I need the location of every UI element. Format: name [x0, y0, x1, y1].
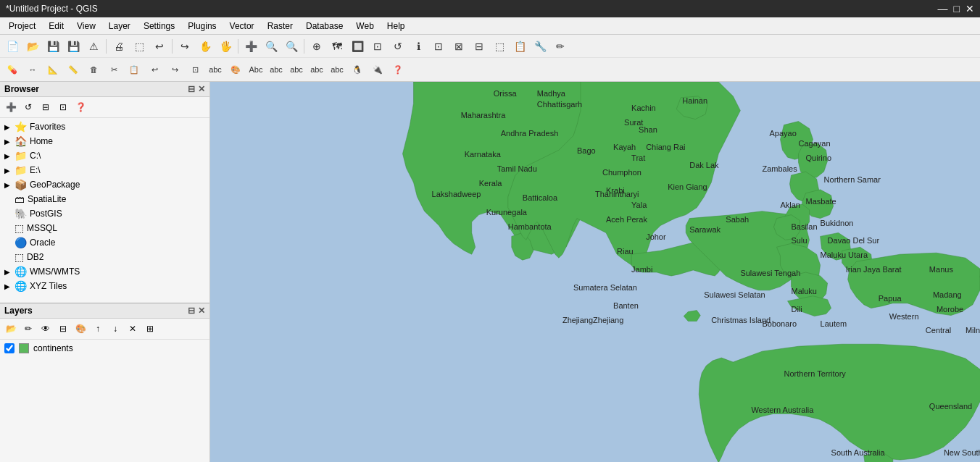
toolbar2-button-10[interactable]: abc: [206, 60, 225, 79]
toolbar-button-21[interactable]: ⊠: [449, 37, 468, 56]
toolbar-button-23[interactable]: ⬚: [490, 37, 509, 56]
menu-item-plugins[interactable]: Plugins: [182, 20, 222, 33]
menu-item-help[interactable]: Help: [381, 20, 411, 33]
layers-tb-btn-8[interactable]: ⊞: [142, 321, 158, 337]
toolbar2-button-12[interactable]: Abc: [246, 60, 265, 79]
tree-item-mssql[interactable]: ⬚MSSQL: [0, 221, 209, 235]
browser-panel-controls[interactable]: ⊟ ✕: [188, 84, 205, 94]
toolbar2-button-0[interactable]: 💊: [3, 60, 22, 79]
toolbar2-button-7[interactable]: ↩: [145, 60, 164, 79]
tree-item-c:\[interactable]: ▶📁C:\: [0, 148, 209, 163]
toolbar-button-4[interactable]: ⚠: [84, 37, 103, 56]
browser-tb-btn-4[interactable]: ❓: [72, 99, 88, 115]
menu-item-view[interactable]: View: [71, 20, 101, 33]
toolbar-button-6[interactable]: ⬚: [130, 37, 149, 56]
tree-item-xyz_tiles[interactable]: ▶🌐XYZ Tiles: [0, 279, 209, 293]
toolbar2-button-5[interactable]: ✂: [104, 60, 123, 79]
toolbar-button-18[interactable]: ↺: [389, 37, 407, 56]
tree-item-geopackage[interactable]: ▶📦GeoPackage: [0, 177, 209, 192]
toolbar-button-24[interactable]: 📋: [510, 37, 529, 56]
toolbar2-button-18[interactable]: 🔌: [368, 60, 387, 79]
tree-item-oracle[interactable]: 🔵Oracle: [0, 235, 209, 250]
toolbar-button-2[interactable]: 💾: [43, 37, 62, 56]
layers-tb-btn-1[interactable]: ✏: [20, 321, 36, 337]
layers-tb-btn-6[interactable]: ↓: [107, 321, 123, 337]
browser-tb-btn-3[interactable]: ⊡: [55, 99, 71, 115]
menu-item-raster[interactable]: Raster: [262, 20, 299, 33]
tree-item-home[interactable]: ▶🏠Home: [0, 134, 209, 148]
titlebar-controls[interactable]: — □ ✕: [938, 3, 974, 14]
layer-checkbox[interactable]: [4, 343, 14, 353]
toolbar2-button-11[interactable]: 🎨: [226, 60, 245, 79]
toolbar-button-15[interactable]: 🗺: [328, 37, 346, 56]
toolbar-button-7[interactable]: ↩: [150, 37, 169, 56]
browser-tb-btn-1[interactable]: ↺: [20, 99, 36, 115]
toolbar2-button-15[interactable]: abc: [307, 60, 326, 79]
toolbar-button-17[interactable]: ⊡: [368, 37, 387, 56]
layers-panel-float[interactable]: ⊟: [188, 306, 195, 316]
map-area[interactable]: OrissaMadhyaChhattisgarhMaharashtraAndhr…: [210, 82, 980, 462]
tree-item-spatialite[interactable]: 🗃SpatiaLite: [0, 192, 209, 206]
toolbar-button-3[interactable]: 💾: [64, 37, 83, 56]
tree-item-favorites[interactable]: ▶⭐Favorites: [0, 119, 209, 134]
menu-item-layer[interactable]: Layer: [103, 20, 136, 33]
menu-item-settings[interactable]: Settings: [138, 20, 180, 33]
maximize-button[interactable]: □: [954, 3, 960, 14]
tree-item-postgis[interactable]: 🐘PostGIS: [0, 206, 209, 221]
toolbar-button-5[interactable]: 🖨: [109, 37, 128, 56]
toolbar-button-1[interactable]: 📂: [23, 37, 42, 56]
toolbar-button-12[interactable]: 🔍: [262, 37, 281, 56]
toolbar2-button-13[interactable]: abc: [267, 60, 286, 79]
menu-item-vector[interactable]: Vector: [224, 20, 260, 33]
toolbar2-button-2[interactable]: 📐: [43, 60, 62, 79]
toolbar-button-22[interactable]: ⊟: [470, 37, 489, 56]
layers-tb-btn-0[interactable]: 📂: [3, 321, 19, 337]
layers-tb-btn-5[interactable]: ↑: [90, 321, 106, 337]
toolbar-button-20[interactable]: ⊡: [429, 37, 448, 56]
layers-tb-btn-3[interactable]: ⊟: [55, 321, 71, 337]
toolbar-button-26[interactable]: ✏: [551, 37, 570, 56]
browser-tb-btn-0[interactable]: ➕: [3, 99, 19, 115]
toolbar-button-9[interactable]: ✋: [196, 37, 215, 56]
toolbar2-button-1[interactable]: ↔: [23, 60, 42, 79]
tree-item-db2[interactable]: ⬚DB2: [0, 250, 209, 264]
browser-panel-close[interactable]: ✕: [198, 84, 205, 94]
toolbar-button-13[interactable]: 🔍: [282, 37, 301, 56]
toolbar-button-14[interactable]: ⊕: [307, 37, 326, 56]
toolbar2-button-14[interactable]: abc: [287, 60, 306, 79]
tree-item-wms/wmts[interactable]: ▶🌐WMS/WMTS: [0, 264, 209, 279]
layers-panel-controls[interactable]: ⊟ ✕: [188, 306, 205, 316]
layers-list[interactable]: continents: [0, 340, 209, 462]
browser-tb-btn-2[interactable]: ⊟: [38, 99, 54, 115]
toolbar2-button-19[interactable]: ❓: [389, 60, 407, 79]
toolbar2-button-4[interactable]: 🗑: [84, 60, 103, 79]
layer-item-continents[interactable]: continents: [0, 341, 209, 356]
toolbar-button-0[interactable]: 📄: [3, 37, 22, 56]
toolbar-button-19[interactable]: ℹ: [409, 37, 428, 56]
toolbar2-button-8[interactable]: ↪: [165, 60, 184, 79]
minimize-button[interactable]: —: [938, 3, 948, 14]
menu-item-edit[interactable]: Edit: [43, 20, 70, 33]
toolbar2-button-3[interactable]: 📏: [64, 60, 83, 79]
toolbar-button-11[interactable]: ➕: [241, 37, 260, 56]
toolbar2-button-16[interactable]: abc: [328, 60, 346, 79]
layers-tb-btn-7[interactable]: ✕: [125, 321, 141, 337]
toolbar2-button-17[interactable]: 🐧: [348, 60, 367, 79]
browser-tree[interactable]: ▶⭐Favorites▶🏠Home▶📁C:\▶📁E:\▶📦GeoPackage …: [0, 118, 209, 303]
tree-item-e:\[interactable]: ▶📁E:\: [0, 163, 209, 177]
menu-item-project[interactable]: Project: [3, 20, 41, 33]
browser-panel-float[interactable]: ⊟: [188, 84, 195, 94]
toolbar-button-8[interactable]: ↪: [175, 37, 194, 56]
tree-label: E:\: [30, 165, 41, 175]
toolbar2-button-9[interactable]: ⊡: [186, 60, 204, 79]
layers-tb-btn-4[interactable]: 🎨: [72, 321, 88, 337]
close-button[interactable]: ✕: [966, 3, 974, 14]
menu-item-web[interactable]: Web: [350, 20, 379, 33]
menu-item-database[interactable]: Database: [300, 20, 349, 33]
toolbar-button-10[interactable]: 🖐: [216, 37, 235, 56]
toolbar2-button-6[interactable]: 📋: [125, 60, 144, 79]
layers-panel-close[interactable]: ✕: [198, 306, 205, 316]
toolbar-button-25[interactable]: 🔧: [531, 37, 549, 56]
layers-tb-btn-2[interactable]: 👁: [38, 321, 54, 337]
toolbar-button-16[interactable]: 🔲: [348, 37, 367, 56]
